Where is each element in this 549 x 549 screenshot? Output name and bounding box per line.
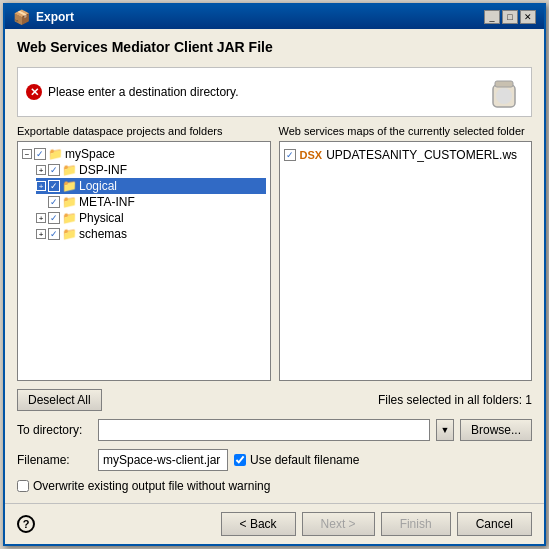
folder-icon-dsp-inf: 📁 [62, 163, 77, 177]
expand-schemas[interactable]: + [36, 229, 46, 239]
svg-point-2 [496, 88, 512, 104]
expand-dsp-inf[interactable]: + [36, 165, 46, 175]
tree-label-physical: Physical [79, 211, 124, 225]
tree-label-dsp-inf: DSP-INF [79, 163, 127, 177]
main-panels: Exportable dataspace projects and folder… [17, 125, 532, 381]
bottom-bar: ? < Back Next > Finish Cancel [5, 503, 544, 544]
dialog-content: Web Services Mediator Client JAR File ✕ … [5, 29, 544, 503]
cancel-button[interactable]: Cancel [457, 512, 532, 536]
next-button[interactable]: Next > [302, 512, 375, 536]
folder-icon-physical: 📁 [62, 211, 77, 225]
filename-input[interactable] [98, 449, 228, 471]
expand-physical[interactable]: + [36, 213, 46, 223]
checkbox-physical[interactable]: ✓ [48, 212, 60, 224]
checkbox-schemas[interactable]: ✓ [48, 228, 60, 240]
tree-item-logical[interactable]: + ✓ 📁 Logical [36, 178, 266, 194]
checkbox-dsp-inf[interactable]: ✓ [48, 164, 60, 176]
title-bar: 📦 Export _ □ ✕ [5, 5, 544, 29]
error-banner: ✕ Please enter a destination directory. [17, 67, 532, 117]
overwrite-checkbox[interactable] [17, 480, 29, 492]
close-button[interactable]: ✕ [520, 10, 536, 24]
ws-label-1: UPDATESANITY_CUSTOMERL.ws [326, 148, 517, 162]
deselect-row: Deselect All Files selected in all folde… [17, 389, 532, 411]
finish-button[interactable]: Finish [381, 512, 451, 536]
deselect-all-button[interactable]: Deselect All [17, 389, 102, 411]
export-dialog: 📦 Export _ □ ✕ Web Services Mediator Cli… [3, 3, 546, 546]
browse-button[interactable]: Browse... [460, 419, 532, 441]
tree-item-meta-inf[interactable]: ✓ 📁 META-INF [36, 194, 266, 210]
tree-container[interactable]: − ✓ 📁 mySpace + ✓ 📁 DSP-INF + [17, 141, 271, 381]
window-icon: 📦 [13, 9, 30, 25]
tree-item-myspace[interactable]: − ✓ 📁 mySpace [22, 146, 266, 162]
ws-item-1[interactable]: ✓ DSX UPDATESANITY_CUSTOMERL.ws [284, 146, 528, 164]
right-panel: Web services maps of the currently selec… [279, 125, 533, 381]
use-default-filename-text: Use default filename [250, 453, 359, 467]
checkbox-logical[interactable]: ✓ [48, 180, 60, 192]
svg-rect-1 [495, 81, 513, 87]
minimize-button[interactable]: _ [484, 10, 500, 24]
folder-icon-logical: 📁 [62, 179, 77, 193]
page-title: Web Services Mediator Client JAR File [17, 39, 532, 55]
title-bar-left: 📦 Export [13, 9, 74, 25]
back-button[interactable]: < Back [221, 512, 296, 536]
left-panel: Exportable dataspace projects and folder… [17, 125, 271, 381]
maximize-button[interactable]: □ [502, 10, 518, 24]
title-bar-controls: _ □ ✕ [484, 10, 536, 24]
use-default-filename-checkbox[interactable] [234, 454, 246, 466]
window-title: Export [36, 10, 74, 24]
expand-myspace[interactable]: − [22, 149, 32, 159]
overwrite-text: Overwrite existing output file without w… [33, 479, 270, 493]
files-count: Files selected in all folders: 1 [378, 393, 532, 407]
folder-icon-meta-inf: 📁 [62, 195, 77, 209]
to-directory-row: To directory: ▼ Browse... [17, 419, 532, 441]
right-panel-label: Web services maps of the currently selec… [279, 125, 533, 137]
filename-label: Filename: [17, 453, 92, 467]
ws-list-container[interactable]: ✓ DSX UPDATESANITY_CUSTOMERL.ws [279, 141, 533, 381]
left-panel-label: Exportable dataspace projects and folder… [17, 125, 271, 137]
to-directory-label: To directory: [17, 423, 92, 437]
tree-label-schemas: schemas [79, 227, 127, 241]
filename-row: Filename: Use default filename [17, 449, 532, 471]
ws-checkbox-1[interactable]: ✓ [284, 149, 296, 161]
tree-label-meta-inf: META-INF [79, 195, 135, 209]
error-icon: ✕ [26, 84, 42, 100]
folder-icon-schemas: 📁 [62, 227, 77, 241]
ws-type-icon: DSX [300, 149, 323, 161]
checkbox-myspace[interactable]: ✓ [34, 148, 46, 160]
checkbox-meta-inf[interactable]: ✓ [48, 196, 60, 208]
tree-item-dsp-inf[interactable]: + ✓ 📁 DSP-INF [36, 162, 266, 178]
tree-label-logical: Logical [79, 179, 117, 193]
to-directory-input[interactable] [98, 419, 430, 441]
tree-item-physical[interactable]: + ✓ 📁 Physical [36, 210, 266, 226]
overwrite-row: Overwrite existing output file without w… [17, 479, 532, 493]
use-default-filename-label[interactable]: Use default filename [234, 453, 359, 467]
nav-buttons: < Back Next > Finish Cancel [221, 512, 532, 536]
tree-item-schemas[interactable]: + ✓ 📁 schemas [36, 226, 266, 242]
tree-label-myspace: mySpace [65, 147, 115, 161]
folder-icon-myspace: 📁 [48, 147, 63, 161]
directory-dropdown-button[interactable]: ▼ [436, 419, 454, 441]
expand-logical[interactable]: + [36, 181, 46, 191]
overwrite-label[interactable]: Overwrite existing output file without w… [17, 479, 270, 493]
jar-icon [485, 73, 523, 111]
help-button[interactable]: ? [17, 515, 35, 533]
error-message: Please enter a destination directory. [48, 85, 239, 99]
